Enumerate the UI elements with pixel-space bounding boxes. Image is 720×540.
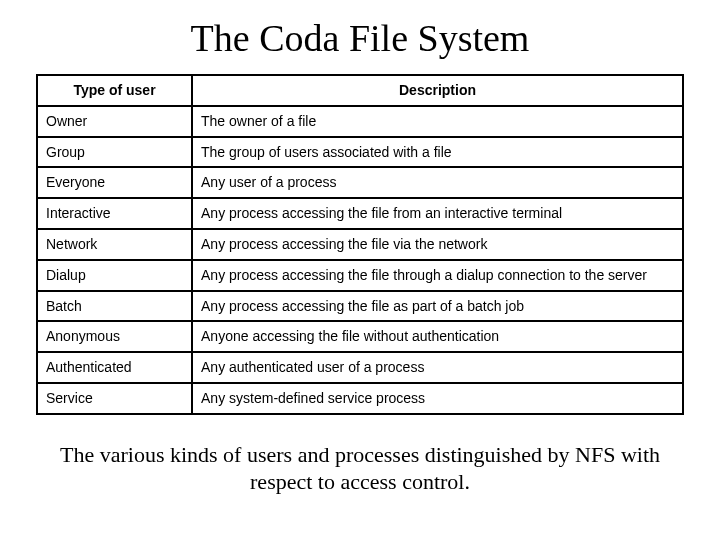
table-row: Anonymous Anyone accessing the file with…: [37, 321, 683, 352]
table-row: Service Any system-defined service proce…: [37, 383, 683, 414]
cell-desc: Anyone accessing the file without authen…: [192, 321, 683, 352]
cell-type: Group: [37, 137, 192, 168]
cell-desc: Any authenticated user of a process: [192, 352, 683, 383]
cell-type: Service: [37, 383, 192, 414]
cell-type: Interactive: [37, 198, 192, 229]
table-row: Dialup Any process accessing the file th…: [37, 260, 683, 291]
table-row: Everyone Any user of a process: [37, 167, 683, 198]
cell-type: Everyone: [37, 167, 192, 198]
slide: The Coda File System Type of user Descri…: [0, 0, 720, 496]
cell-desc: The group of users associated with a fil…: [192, 137, 683, 168]
cell-desc: Any process accessing the file through a…: [192, 260, 683, 291]
cell-desc: The owner of a file: [192, 106, 683, 137]
cell-type: Authenticated: [37, 352, 192, 383]
cell-desc: Any system-defined service process: [192, 383, 683, 414]
cell-desc: Any process accessing the file via the n…: [192, 229, 683, 260]
table-row: Interactive Any process accessing the fi…: [37, 198, 683, 229]
cell-type: Dialup: [37, 260, 192, 291]
table-header-row: Type of user Description: [37, 75, 683, 106]
table-row: Group The group of users associated with…: [37, 137, 683, 168]
col-header-desc: Description: [192, 75, 683, 106]
cell-desc: Any process accessing the file as part o…: [192, 291, 683, 322]
col-header-type: Type of user: [37, 75, 192, 106]
cell-desc: Any user of a process: [192, 167, 683, 198]
cell-type: Owner: [37, 106, 192, 137]
cell-type: Network: [37, 229, 192, 260]
table-row: Owner The owner of a file: [37, 106, 683, 137]
figure-caption: The various kinds of users and processes…: [36, 441, 684, 496]
cell-type: Batch: [37, 291, 192, 322]
user-types-table: Type of user Description Owner The owner…: [36, 74, 684, 415]
cell-desc: Any process accessing the file from an i…: [192, 198, 683, 229]
page-title: The Coda File System: [36, 16, 684, 60]
table-row: Batch Any process accessing the file as …: [37, 291, 683, 322]
cell-type: Anonymous: [37, 321, 192, 352]
table-row: Network Any process accessing the file v…: [37, 229, 683, 260]
table-row: Authenticated Any authenticated user of …: [37, 352, 683, 383]
